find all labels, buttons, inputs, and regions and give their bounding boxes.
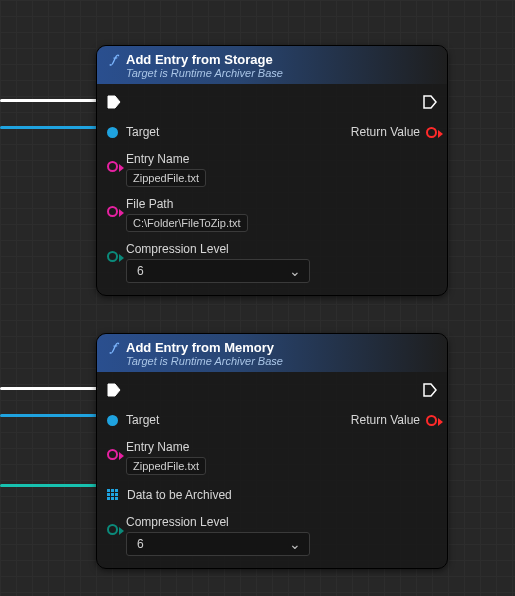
compression-level-value: 6 [137,264,144,278]
compression-level-pin[interactable] [107,251,118,262]
node-title: Add Entry from Memory [126,340,274,355]
file-path-label: File Path [126,197,248,211]
return-value-label: Return Value [351,413,420,427]
compression-level-dropdown[interactable]: 6 ⌄ [126,259,310,283]
chevron-down-icon: ⌄ [289,537,301,551]
compression-level-label: Compression Level [126,515,310,529]
entry-name-input[interactable]: ZippedFile.txt [126,169,206,187]
compression-level-pin[interactable] [107,524,118,535]
exec-in-pin[interactable] [107,383,121,397]
target-in-pin[interactable] [107,415,118,426]
node-body: Target Return Value Entry Name ZippedFil… [97,372,447,568]
node-subtitle: Target is Runtime Archiver Base [126,355,437,367]
wire-data-to-memory [0,484,98,487]
node-add-entry-from-memory[interactable]: 𝑓 Add Entry from Memory Target is Runtim… [96,333,448,569]
node-subtitle: Target is Runtime Archiver Base [126,67,437,79]
exec-out-pin[interactable] [423,95,437,109]
wire-target-to-memory [0,414,98,417]
data-array-pin[interactable] [107,489,119,501]
exec-out-pin[interactable] [423,383,437,397]
node-header[interactable]: 𝑓 Add Entry from Storage Target is Runti… [97,46,447,84]
file-path-pin[interactable] [107,206,118,217]
wire-exec-to-memory [0,387,98,390]
return-value-label: Return Value [351,125,420,139]
node-title: Add Entry from Storage [126,52,273,67]
target-label: Target [126,125,159,139]
node-add-entry-from-storage[interactable]: 𝑓 Add Entry from Storage Target is Runti… [96,45,448,296]
wire-exec-to-storage [0,99,98,102]
wire-target-to-storage [0,126,98,129]
function-icon: 𝑓 [107,341,120,354]
data-label: Data to be Archived [127,488,232,502]
node-header[interactable]: 𝑓 Add Entry from Memory Target is Runtim… [97,334,447,372]
exec-in-pin[interactable] [107,95,121,109]
compression-level-value: 6 [137,537,144,551]
entry-name-label: Entry Name [126,440,206,454]
node-body: Target Return Value Entry Name ZippedFil… [97,84,447,295]
chevron-down-icon: ⌄ [289,264,301,278]
return-value-pin[interactable] [426,415,437,426]
function-icon: 𝑓 [107,53,120,66]
entry-name-pin[interactable] [107,161,118,172]
entry-name-label: Entry Name [126,152,206,166]
return-value-pin[interactable] [426,127,437,138]
entry-name-pin[interactable] [107,449,118,460]
file-path-input[interactable]: C:\Folder\FileToZip.txt [126,214,248,232]
entry-name-input[interactable]: ZippedFile.txt [126,457,206,475]
target-label: Target [126,413,159,427]
target-in-pin[interactable] [107,127,118,138]
compression-level-label: Compression Level [126,242,310,256]
compression-level-dropdown[interactable]: 6 ⌄ [126,532,310,556]
